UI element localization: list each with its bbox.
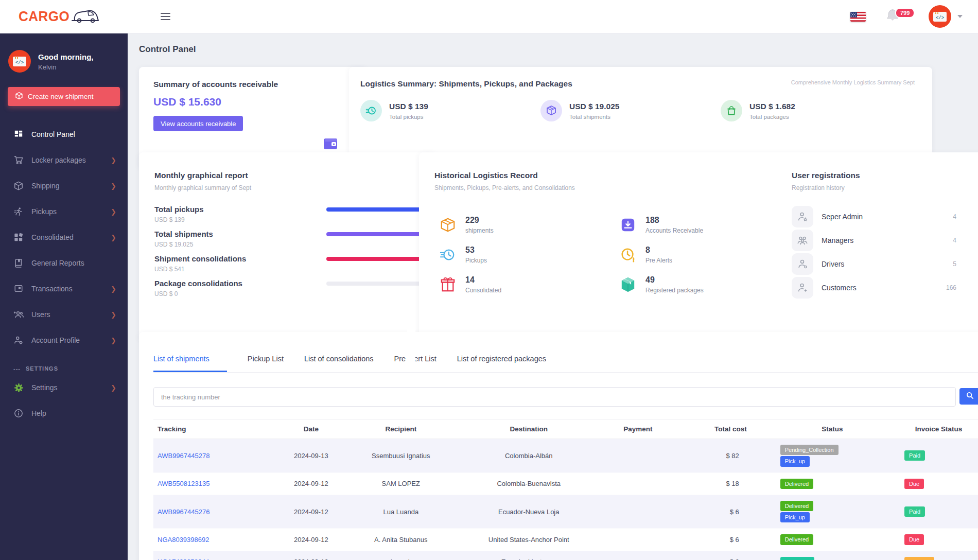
invoice-badge: Due bbox=[904, 479, 924, 489]
gift-red-icon bbox=[439, 276, 457, 293]
logistics-card-note: Comprehensive Monthly Logistics Summary … bbox=[791, 79, 915, 85]
grid-icon bbox=[13, 130, 24, 139]
invoice-badge: Pending bbox=[904, 557, 934, 560]
sidebar-item-help[interactable]: Help bbox=[0, 400, 128, 426]
table-tabs: List of shipments Pickup List List of co… bbox=[153, 355, 978, 373]
users-plus-icon bbox=[13, 310, 24, 319]
tracking-search-input[interactable] bbox=[153, 387, 956, 407]
stat-pickups: 53 Pickups bbox=[439, 240, 619, 270]
cell-date: 2024-09-12 bbox=[272, 472, 350, 495]
chevron-right-icon: ❯ bbox=[111, 208, 116, 216]
registration-row-managers: Managers 4 bbox=[792, 229, 956, 252]
registration-row-customers: Customers 166 bbox=[792, 276, 956, 300]
sidebar-item-control-panel[interactable]: Control Panel bbox=[0, 121, 128, 147]
person-icon bbox=[792, 253, 813, 275]
username-text: Kelvin bbox=[38, 63, 93, 71]
menu-toggle-button[interactable] bbox=[161, 13, 170, 20]
tab-list-of-shipments[interactable]: List of shipments bbox=[153, 355, 227, 372]
bar-red bbox=[326, 257, 424, 261]
tracking-link[interactable]: UGA7409658044 bbox=[158, 558, 209, 560]
sidebar-item-account-profile[interactable]: Account Profile ❯ bbox=[0, 327, 128, 353]
column-header-recipient: Recipient bbox=[350, 419, 452, 439]
dashes-icon: --- bbox=[13, 365, 21, 372]
stat-total-pickups: USD $ 139 Total pickups bbox=[360, 100, 540, 121]
screen-icon bbox=[13, 284, 24, 293]
registrations-subtitle: Registration history bbox=[792, 184, 956, 191]
sidebar-item-users[interactable]: Users ❯ bbox=[0, 302, 128, 327]
user-avatar[interactable]: </> bbox=[929, 5, 951, 28]
blocks-icon bbox=[13, 233, 24, 242]
sidebar: </> Good morning, Kelvin Create new ship… bbox=[0, 33, 128, 560]
cell-invoice-status: Paid bbox=[900, 439, 978, 473]
table-row: AWB5508123135 2024-09-12 SAM LOPEZ Colom… bbox=[153, 472, 978, 495]
sidebar-avatar[interactable]: </> bbox=[8, 50, 31, 73]
sidebar-item-general-reports[interactable]: General Reports bbox=[0, 250, 128, 276]
avatar-code-icon: </> bbox=[933, 12, 947, 22]
stat-registered-packages: 49 Registered packages bbox=[619, 270, 789, 300]
bar-label: Total pickups bbox=[154, 205, 204, 214]
cell-recipient: A. Anita Stubanus bbox=[350, 529, 452, 551]
search-button[interactable] bbox=[959, 388, 978, 405]
wallet-icon bbox=[322, 136, 339, 153]
tracking-link[interactable]: AWB5508123135 bbox=[158, 480, 209, 487]
bar-purple bbox=[326, 232, 424, 236]
language-flag-button[interactable] bbox=[850, 12, 866, 22]
cell-destination: United States-Anchor Point bbox=[452, 529, 605, 551]
chevron-right-icon: ❯ bbox=[111, 234, 116, 241]
cell-payment bbox=[605, 529, 670, 551]
bar-value: USD $ 139 bbox=[154, 216, 204, 223]
sidebar-item-shipping[interactable]: Shipping ❯ bbox=[0, 173, 128, 199]
bar-label: Shipment consolidations bbox=[154, 254, 246, 263]
column-header-tracking: Tracking bbox=[153, 419, 272, 439]
floating-scrollbar[interactable] bbox=[407, 286, 415, 366]
shipment-box-icon bbox=[15, 92, 23, 101]
tracking-link[interactable]: NGA8039398692 bbox=[158, 536, 209, 544]
sidebar-nav: Control Panel Locker packages ❯ Shipping… bbox=[0, 121, 128, 426]
sidebar-item-transactions[interactable]: Transactions ❯ bbox=[0, 276, 128, 302]
caret-down-icon[interactable] bbox=[957, 15, 963, 18]
sidebar-item-label: Control Panel bbox=[31, 130, 75, 138]
cell-date: 2024-09-13 bbox=[272, 439, 350, 473]
cell-recipient: Lua Luanda bbox=[350, 495, 452, 529]
tab-list-of-consolidations[interactable]: List of consolidations bbox=[304, 355, 374, 372]
cell-total-cost: $ 82 bbox=[670, 439, 767, 473]
tracking-link[interactable]: AWB9967445276 bbox=[158, 508, 209, 516]
registration-label: Drivers bbox=[822, 260, 844, 268]
column-header-total-cost: Total cost bbox=[670, 419, 767, 439]
bar-value: USD $ 19.025 bbox=[154, 241, 213, 248]
cell-destination: Colombia-Albán bbox=[452, 439, 605, 473]
accounts-amount: USD $ 15.630 bbox=[153, 96, 352, 108]
user-registrations-panel: User registrations Registration history … bbox=[792, 171, 956, 300]
status-badge: Delivered bbox=[780, 479, 813, 489]
stat-label: Consolidated bbox=[465, 287, 501, 294]
sidebar-item-settings[interactable]: Settings ❯ bbox=[0, 375, 128, 400]
table-row: NGA8039398692 2024-09-12 A. Anita Stuban… bbox=[153, 529, 978, 551]
column-header-status: Status bbox=[767, 419, 900, 439]
tracking-link[interactable]: AWB9967445278 bbox=[158, 452, 209, 460]
registration-label: Seper Admin bbox=[822, 213, 863, 221]
sidebar-item-consolidated[interactable]: Consolidated ❯ bbox=[0, 224, 128, 250]
person-plus-icon bbox=[792, 277, 813, 299]
bar-label: Total shipments bbox=[154, 230, 213, 238]
sidebar-item-pickups[interactable]: Pickups ❯ bbox=[0, 199, 128, 224]
sidebar-item-locker-packages[interactable]: Locker packages ❯ bbox=[0, 147, 128, 173]
registration-row-drivers: Drivers 5 bbox=[792, 252, 956, 276]
clock-amber-icon bbox=[619, 247, 637, 263]
status-badge: Delivered bbox=[780, 534, 813, 545]
cell-status: Pending_Collection Pick_up bbox=[767, 439, 900, 473]
bar-value: USD $ 0 bbox=[154, 290, 242, 297]
sidebar-item-label: Shipping bbox=[31, 182, 60, 190]
stat-total-packages: USD $ 1.682 Total packages bbox=[721, 100, 901, 121]
chevron-right-icon: ❯ bbox=[111, 311, 116, 319]
sidebar-item-label: Settings bbox=[31, 383, 58, 392]
stat-label: Total packages bbox=[749, 114, 795, 120]
status-badge: Pending_Collection bbox=[780, 445, 839, 455]
tab-pickup-list[interactable]: Pickup List bbox=[248, 355, 284, 372]
create-shipment-button[interactable]: Create new shipment bbox=[8, 87, 120, 106]
stat-shipments: 229 shipments bbox=[439, 210, 619, 240]
view-accounts-button[interactable]: View accounts receivable bbox=[153, 116, 243, 131]
notifications-button[interactable]: 799 bbox=[886, 9, 899, 24]
brand-logo[interactable]: CARGO bbox=[0, 7, 146, 26]
tab-list-of-registered-packages[interactable]: List of registered packages bbox=[457, 355, 546, 372]
cell-total-cost: $ 6 bbox=[670, 529, 767, 551]
